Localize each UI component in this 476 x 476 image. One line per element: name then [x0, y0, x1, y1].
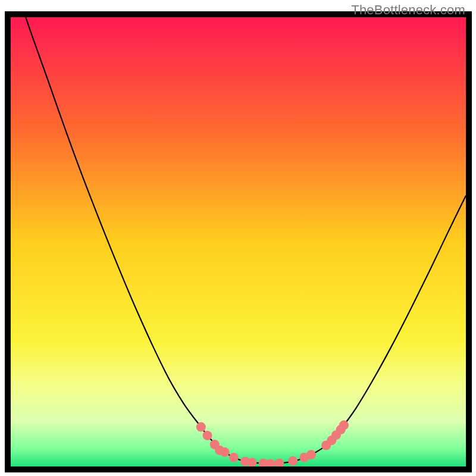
marker-dot — [196, 422, 206, 432]
marker-dot — [220, 447, 230, 457]
marker-dot — [247, 458, 256, 467]
marker-dot — [306, 450, 316, 459]
bottleneck-curve-chart — [0, 0, 476, 476]
marker-dot — [288, 456, 298, 466]
watermark-text: TheBottleneck.com — [351, 2, 465, 18]
marker-dot — [202, 431, 212, 440]
marker-dot — [229, 453, 239, 462]
marker-dot — [339, 421, 349, 430]
gradient-background — [11, 17, 466, 466]
chart-frame: TheBottleneck.com — [0, 0, 476, 476]
